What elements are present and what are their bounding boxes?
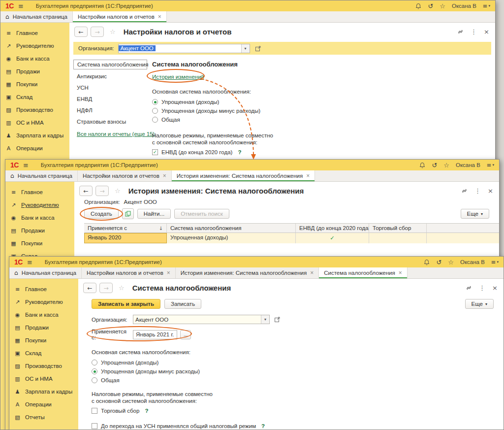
favorite-star-icon[interactable]: ☆ xyxy=(115,187,121,195)
forward-button[interactable]: → xyxy=(99,283,113,293)
sidebar-item-purchases[interactable]: ▦Покупки xyxy=(5,237,74,250)
tab-close-icon[interactable]: × xyxy=(399,269,402,276)
user-name[interactable]: Оксана В xyxy=(460,259,485,265)
main-menu-icon[interactable]: ≡ xyxy=(27,259,32,266)
tools-menu-icon[interactable]: ≡▾ xyxy=(483,2,490,9)
get-link-icon[interactable] xyxy=(466,285,472,291)
close-window-icon[interactable]: × xyxy=(492,284,498,292)
tab-tax-settings[interactable]: Настройки налогов и отчетов × xyxy=(73,11,167,22)
cell-envd-check-icon[interactable]: ✓ xyxy=(296,233,369,243)
settings-nav-anticrisis[interactable]: Антикризис xyxy=(73,72,147,81)
organization-combo[interactable]: Акцент ООО ▾ xyxy=(133,315,270,324)
back-button[interactable]: ← xyxy=(83,283,96,293)
cancel-search-button[interactable]: Отменить поиск xyxy=(174,209,229,219)
sidebar-item-operations[interactable]: АОперации xyxy=(0,142,69,155)
sidebar-item-fixed-assets[interactable]: ▥ОС и НМА xyxy=(9,372,78,385)
sidebar-item-manager[interactable]: ↗Руководителю xyxy=(5,198,74,211)
find-button[interactable]: Найти... xyxy=(137,209,171,219)
applies-from-field[interactable]: Январь 2021 г. xyxy=(133,330,177,339)
organization-combo[interactable]: Акцент ООО ▾ xyxy=(118,44,250,53)
more-dots-icon[interactable]: ⋮ xyxy=(471,28,477,35)
radio-general[interactable]: Общая xyxy=(152,115,273,124)
sidebar-item-fixed-assets[interactable]: ▥ОС и НМА xyxy=(0,116,69,129)
tab-tax-settings[interactable]: Настройки налогов и отчетов × xyxy=(78,170,172,181)
favorites-star-icon[interactable]: ☆ xyxy=(440,2,445,10)
tab-home[interactable]: ⌂ Начальная страница xyxy=(9,267,82,278)
sidebar-item-sales[interactable]: ▤Продажи xyxy=(9,321,78,334)
favorites-star-icon[interactable]: ☆ xyxy=(448,259,454,266)
tab-home[interactable]: ⌂ Начальная страница xyxy=(0,11,73,22)
sidebar-item-warehouse[interactable]: ▣Склад xyxy=(0,91,69,103)
open-organization-icon[interactable] xyxy=(273,315,282,324)
tab-tax-system[interactable]: Система налогообложения × xyxy=(319,267,408,278)
cell-applies-from[interactable]: Январь 2020 xyxy=(84,233,167,243)
column-trade-fee[interactable]: Торговый сбор xyxy=(369,224,427,232)
checkbox-general-regime-before-usn[interactable]: До перехода на УСН применялся общий нало… xyxy=(92,421,504,430)
open-organization-icon[interactable] xyxy=(254,44,263,53)
sidebar-item-operations[interactable]: АОперации xyxy=(9,398,78,411)
get-link-icon[interactable] xyxy=(457,29,464,35)
radio-usn-income[interactable]: Упрощенная (доходы) xyxy=(152,98,273,106)
history-icon[interactable]: ↺ xyxy=(432,162,437,169)
close-window-icon[interactable]: × xyxy=(488,187,493,195)
tab-tax-settings[interactable]: Настройки налогов и отчетов × xyxy=(82,267,176,278)
table-row[interactable]: Январь 2020 Упрощенная (доходы) ✓ xyxy=(84,233,499,243)
help-icon[interactable]: ? xyxy=(261,423,265,429)
more-dots-icon[interactable]: ⋮ xyxy=(479,284,485,292)
more-button[interactable]: Еще▾ xyxy=(465,299,494,309)
tab-close-icon[interactable]: × xyxy=(167,269,170,276)
create-by-copy-icon[interactable] xyxy=(122,208,134,219)
notifications-bell-icon[interactable] xyxy=(419,162,425,168)
sidebar-item-purchases[interactable]: ▦Покупки xyxy=(0,78,69,91)
tab-close-icon[interactable]: × xyxy=(310,269,314,276)
tab-close-icon[interactable]: × xyxy=(306,172,310,179)
sidebar-item-purchases[interactable]: ▦Покупки xyxy=(9,334,78,347)
checkbox-envd[interactable]: ✓ ЕНВД (до конца 2020 года) ? xyxy=(152,147,273,157)
sidebar-item-main[interactable]: ≡Главное xyxy=(9,283,78,296)
favorite-star-icon[interactable]: ☆ xyxy=(119,284,125,292)
column-envd[interactable]: ЕНВД (до конца 2020 года) xyxy=(296,224,369,232)
sidebar-item-payroll-hr[interactable]: ♟Зарплата и кадры xyxy=(9,385,78,398)
dropdown-icon[interactable]: ▾ xyxy=(261,315,269,324)
settings-nav-tax-system[interactable]: Система налогообложения xyxy=(73,60,147,69)
forward-button[interactable]: → xyxy=(91,27,104,37)
history-icon[interactable]: ↺ xyxy=(428,2,433,10)
history-of-changes-link[interactable]: История изменений xyxy=(152,74,204,80)
settings-nav-envd[interactable]: ЕНВД xyxy=(73,95,147,103)
settings-nav-ndfl[interactable]: НДФЛ xyxy=(73,106,147,115)
tab-home[interactable]: ⌂ Начальная страница xyxy=(5,170,78,181)
main-menu-icon[interactable]: ≡ xyxy=(18,2,24,10)
sidebar-item-production[interactable]: ▨Производство xyxy=(9,360,78,372)
tab-close-icon[interactable]: × xyxy=(158,13,161,20)
radio-general[interactable]: Общая xyxy=(92,376,504,385)
notifications-bell-icon[interactable] xyxy=(415,3,421,9)
tab-change-history[interactable]: История изменения: Система налогообложен… xyxy=(172,170,315,181)
more-button[interactable]: Еще▾ xyxy=(461,209,489,219)
column-tax-system[interactable]: Система налогообложения xyxy=(167,224,296,232)
main-menu-icon[interactable]: ≡ xyxy=(23,162,29,169)
radio-usn-income-expenses[interactable]: Упрощенная (доходы минус расходы) xyxy=(92,367,504,376)
user-name[interactable]: Оксана В xyxy=(456,162,480,168)
sidebar-item-payroll-hr[interactable]: ♟Зарплата и кадры xyxy=(0,129,69,142)
radio-usn-income[interactable]: Упрощенная (доходы) xyxy=(92,358,504,367)
sidebar-item-production[interactable]: ▨Производство xyxy=(0,103,69,116)
save-button[interactable]: Записать xyxy=(164,299,201,309)
sidebar-item-manager[interactable]: ↗Руководителю xyxy=(0,39,69,52)
sidebar-item-bank-cash[interactable]: ◉Банк и касса xyxy=(9,308,78,321)
sidebar-item-manager[interactable]: ↗Руководителю xyxy=(9,296,78,308)
checkbox-trade-fee[interactable]: Торговый сбор ? xyxy=(92,406,504,415)
sidebar-item-main[interactable]: ≡Главное xyxy=(5,186,74,198)
tools-menu-icon[interactable]: ≡▾ xyxy=(491,259,499,265)
sidebar-item-sales[interactable]: ▤Продажи xyxy=(0,65,69,78)
notifications-bell-icon[interactable] xyxy=(424,259,430,265)
sidebar-item-sales[interactable]: ▤Продажи xyxy=(5,224,74,237)
favorite-star-icon[interactable]: ☆ xyxy=(110,28,116,35)
choose-period-button[interactable]: ... xyxy=(180,330,191,339)
help-icon[interactable]: ? xyxy=(145,408,148,414)
all-taxes-link[interactable]: Все налоги и отчеты (еще 15) xyxy=(77,131,155,137)
favorites-star-icon[interactable]: ☆ xyxy=(443,162,449,169)
history-icon[interactable]: ↺ xyxy=(436,259,441,266)
settings-nav-usn[interactable]: УСН xyxy=(73,83,147,92)
dropdown-icon[interactable]: ▾ xyxy=(241,44,250,53)
tab-change-history[interactable]: История изменения: Система налогообложен… xyxy=(176,267,319,278)
